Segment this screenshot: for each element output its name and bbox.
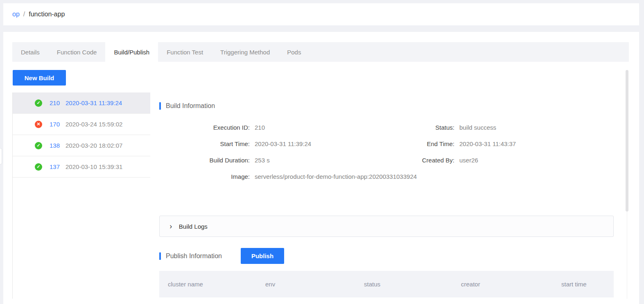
- build-id: 170: [50, 121, 60, 128]
- tab-bar: Details Function Code Build/Publish Func…: [12, 42, 629, 62]
- build-id: 210: [50, 99, 60, 106]
- build-time: 2020-03-10 15:39:31: [66, 163, 122, 170]
- chevron-right-icon: ›: [169, 222, 172, 231]
- build-time: 2020-03-20 18:02:07: [66, 142, 122, 149]
- build-list: ✓ 210 2020-03-31 11:39:24 ✕ 170 2020-03-…: [12, 92, 150, 299]
- field-value: user26: [459, 157, 478, 164]
- build-logs-expander[interactable]: › Build Logs: [159, 216, 614, 237]
- column-header-status: status: [355, 281, 452, 288]
- tab-build-publish[interactable]: Build/Publish: [105, 42, 158, 62]
- tab-pods[interactable]: Pods: [278, 42, 310, 62]
- field-value: 2020-03-31 11:39:24: [255, 140, 311, 147]
- build-time: 2020-03-24 15:59:02: [66, 121, 122, 128]
- failure-icon: ✕: [35, 121, 42, 128]
- column-header-cluster-name: cluster name: [159, 281, 257, 288]
- success-icon: ✓: [35, 142, 42, 149]
- tab-function-code[interactable]: Function Code: [48, 42, 106, 62]
- field-value: 210: [255, 124, 265, 131]
- section-accent-bar: [159, 102, 161, 110]
- breadcrumb-current: function-app: [29, 11, 65, 18]
- section-title-text: Build Information: [166, 102, 215, 110]
- field-value: 253 s: [255, 157, 270, 164]
- build-list-item[interactable]: ✓ 138 2020-03-20 18:02:07: [13, 135, 150, 156]
- field-label: End Time:: [352, 140, 454, 147]
- publish-table-header: cluster name env status creator start ti…: [159, 271, 614, 297]
- field-label: Created By:: [352, 157, 454, 164]
- build-time: 2020-03-31 11:39:24: [66, 99, 122, 106]
- field-label: Execution ID:: [159, 124, 250, 131]
- build-id: 137: [50, 163, 60, 170]
- column-header-start-time: start time: [553, 281, 614, 288]
- section-title-text: Publish Information: [166, 252, 222, 260]
- column-header-creator: creator: [452, 281, 553, 288]
- build-list-item[interactable]: ✕ 170 2020-03-24 15:59:02: [13, 114, 150, 135]
- build-list-item[interactable]: ✓ 210 2020-03-31 11:39:24: [13, 92, 150, 114]
- build-info-row: Build Duration: 253 s Created By: user26: [159, 157, 618, 166]
- field-label: Start Time:: [159, 140, 250, 147]
- new-build-button[interactable]: New Build: [13, 70, 66, 86]
- build-list-item[interactable]: ✓ 137 2020-03-10 15:39:31: [13, 156, 150, 178]
- build-logs-label: Build Logs: [179, 223, 208, 230]
- breadcrumb-bar: op / function-app: [3, 3, 639, 25]
- main-panel: Details Function Code Build/Publish Func…: [3, 32, 639, 304]
- publish-information-header: Publish Information: [159, 252, 222, 260]
- field-label: Image:: [159, 173, 250, 180]
- build-info-row: Start Time: 2020-03-31 11:39:24 End Time…: [159, 140, 618, 149]
- field-label: Build Duration:: [159, 157, 250, 164]
- build-info-row: Image: serverless/product-for-demo-funct…: [159, 173, 618, 182]
- build-id: 138: [50, 142, 60, 149]
- field-value: build success: [459, 124, 496, 131]
- column-header-env: env: [257, 281, 355, 288]
- success-icon: ✓: [35, 99, 42, 107]
- field-value: serverless/product-for-demo-function-app…: [255, 173, 417, 180]
- build-info-row: Execution ID: 210 Status: build success: [159, 124, 618, 133]
- success-icon: ✓: [35, 163, 42, 171]
- breadcrumb-separator: /: [23, 11, 25, 18]
- tab-function-test[interactable]: Function Test: [158, 42, 212, 62]
- field-value: 2020-03-31 11:43:37: [459, 140, 516, 147]
- field-label: Status:: [352, 124, 454, 131]
- tab-details[interactable]: Details: [12, 42, 48, 62]
- breadcrumb-root-link[interactable]: op: [12, 11, 20, 18]
- scrollbar-thumb[interactable]: [626, 70, 628, 212]
- tab-triggering-method[interactable]: Triggering Method: [212, 42, 278, 62]
- section-accent-bar: [159, 252, 161, 260]
- left-drawer-handle[interactable]: [0, 149, 2, 164]
- build-information-header: Build Information: [159, 102, 215, 110]
- publish-button[interactable]: Publish: [241, 248, 284, 264]
